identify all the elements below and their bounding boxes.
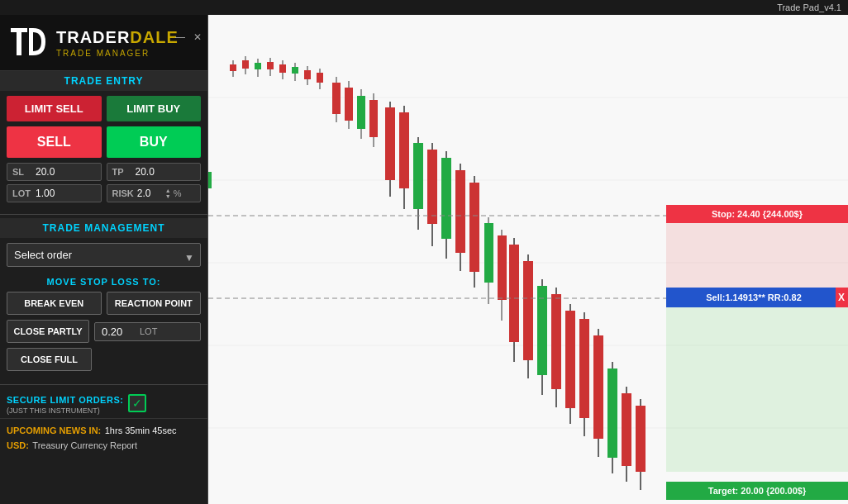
svg-rect-15: [255, 63, 261, 69]
svg-rect-37: [399, 112, 409, 188]
limit-sell-button[interactable]: LIMIT SELL: [7, 96, 102, 121]
lot-input[interactable]: [36, 188, 69, 199]
svg-rect-1: [11, 28, 27, 32]
svg-rect-75: [666, 298, 848, 472]
svg-rect-49: [484, 223, 493, 283]
buy-button[interactable]: BUY: [107, 126, 202, 158]
svg-rect-51: [498, 235, 507, 300]
svg-rect-63: [579, 319, 589, 418]
svg-rect-47: [469, 183, 479, 272]
svg-rect-65: [593, 335, 603, 439]
select-order-wrapper: Select order ▼: [7, 243, 201, 272]
sl-label: SL: [12, 167, 32, 177]
divider-2: [0, 384, 207, 385]
svg-rect-59: [551, 294, 561, 389]
risk-label: RISK: [112, 188, 134, 198]
select-order-dropdown[interactable]: Select order: [7, 243, 201, 267]
svg-rect-29: [345, 88, 353, 121]
sl-input[interactable]: [36, 166, 69, 178]
svg-rect-31: [357, 96, 365, 129]
svg-rect-43: [441, 158, 451, 239]
risk-up-button[interactable]: ▲: [165, 188, 171, 193]
top-bar: Trade Pad_v4.1: [0, 0, 848, 15]
logo-icon: [8, 22, 50, 64]
trade-mgmt-section: Select order ▼ MOVE STOP LOSS TO: BREAK …: [0, 238, 207, 381]
close-button[interactable]: ✕: [191, 31, 204, 43]
svg-rect-69: [622, 393, 631, 466]
svg-rect-57: [537, 286, 547, 375]
svg-rect-53: [509, 245, 519, 342]
sell-button[interactable]: SELL: [7, 126, 102, 158]
news-time: 1hrs 35min 45sec: [105, 426, 177, 435]
tp-field-group: TP: [107, 163, 202, 181]
news-event: Treasury Currency Report: [32, 440, 137, 450]
svg-rect-41: [427, 150, 437, 224]
minimize-button[interactable]: —: [173, 31, 188, 43]
secure-label-group: SECURE LIMIT ORDERS: (JUST THIS INSTRUME…: [7, 392, 123, 415]
logo-dale: DALE: [130, 28, 178, 47]
left-panel: — ✕ TRADER DALE TRADE MANAGER TRADE ENTR…: [0, 15, 208, 504]
risk-spinners: ▲ ▼: [165, 188, 171, 199]
svg-rect-67: [607, 368, 617, 458]
close-full-button[interactable]: CLOSE FULL: [7, 348, 92, 371]
logo-subtitle: TRADE MANAGER: [56, 49, 179, 58]
svg-rect-71: [636, 406, 646, 472]
trade-mgmt-header: TRADE MANAGEMENT: [0, 218, 207, 238]
divider-1: [0, 214, 207, 215]
svg-rect-27: [332, 83, 341, 114]
secure-label: SECURE LIMIT ORDERS:: [7, 395, 123, 405]
svg-text:X: X: [838, 292, 845, 303]
trade-entry-section: LIMIT SELL LIMIT BUY SELL BUY SL TP LOT …: [0, 91, 207, 211]
svg-rect-3: [29, 28, 33, 55]
svg-rect-39: [413, 143, 423, 209]
svg-rect-35: [385, 107, 395, 180]
move-stop-label: MOVE STOP LOSS TO:: [7, 277, 201, 287]
app-title: Trade Pad_v4.1: [777, 2, 841, 12]
risk-down-button[interactable]: ▼: [165, 193, 171, 199]
lot-close-label: LOT: [140, 326, 157, 336]
logo-area: — ✕ TRADER DALE TRADE MANAGER: [0, 15, 207, 71]
sl-field-group: SL: [7, 163, 102, 181]
news-line-1: UPCOMING NEWS IN: 1hrs 35min 45sec: [7, 422, 201, 437]
svg-rect-84: [208, 172, 212, 188]
svg-rect-2: [17, 32, 21, 55]
risk-input[interactable]: [137, 188, 164, 199]
lot-field-group: LOT: [7, 184, 102, 202]
svg-rect-13: [242, 60, 249, 69]
news-line-2: USD: Treasury Currency Report: [7, 437, 201, 452]
close-partly-button[interactable]: CLOSE PARTLY: [7, 320, 89, 343]
svg-rect-23: [304, 70, 311, 79]
secure-checkbox[interactable]: ✓: [128, 394, 146, 412]
window-controls: — ✕: [173, 31, 204, 43]
svg-text:Stop: 24.40 {244.00$}: Stop: 24.40 {244.00$}: [712, 209, 803, 219]
svg-rect-21: [292, 67, 298, 74]
secure-sublabel: (JUST THIS INSTRUMENT): [7, 407, 123, 415]
close-partly-row: CLOSE PARTLY LOT: [7, 320, 201, 343]
svg-rect-61: [565, 311, 575, 408]
trade-entry-header: TRADE ENTRY: [0, 71, 207, 91]
chart-canvas: Stop: 24.40 {244.00$} Sell:1.14913** RR:…: [208, 15, 848, 504]
stop-buttons-row: BREAK EVEN REACTION POINT: [7, 292, 201, 315]
lot-risk-row: LOT RISK ▲ ▼ %: [7, 184, 201, 202]
chart-area: Stop: 24.40 {244.00$} Sell:1.14913** RR:…: [208, 15, 848, 504]
limit-buy-button[interactable]: LIMIT BUY: [107, 96, 202, 121]
svg-rect-25: [317, 73, 323, 83]
sl-tp-row: SL TP: [7, 163, 201, 181]
lot-label: LOT: [12, 188, 32, 198]
lot-close-input[interactable]: [102, 326, 135, 338]
news-row: UPCOMING NEWS IN: 1hrs 35min 45sec USD: …: [0, 418, 207, 455]
svg-text:Target: 20.00 {200.00$}: Target: 20.00 {200.00$}: [708, 486, 807, 496]
svg-rect-19: [279, 64, 286, 73]
svg-rect-74: [666, 216, 848, 290]
svg-rect-45: [455, 170, 465, 253]
reaction-point-button[interactable]: REACTION POINT: [107, 292, 202, 315]
pct-label: %: [174, 188, 182, 198]
svg-rect-55: [523, 261, 533, 360]
svg-rect-11: [230, 64, 236, 71]
svg-rect-17: [267, 62, 274, 69]
tp-label: TP: [112, 167, 132, 177]
risk-field-group: RISK ▲ ▼ %: [107, 184, 202, 202]
tp-input[interactable]: [136, 166, 169, 178]
break-even-button[interactable]: BREAK EVEN: [7, 292, 102, 315]
svg-rect-33: [369, 100, 378, 137]
